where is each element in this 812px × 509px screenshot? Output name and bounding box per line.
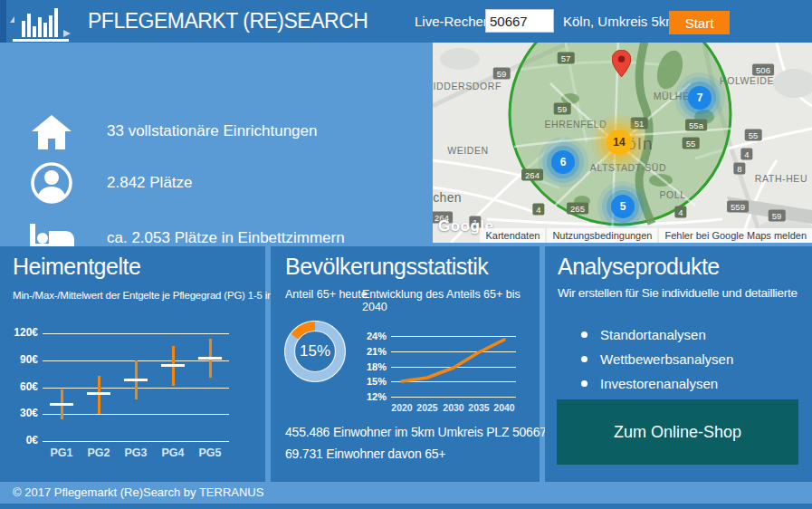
y-tick-label: 18% bbox=[356, 361, 387, 372]
road-badge: 57 bbox=[558, 53, 575, 64]
analysis-product-item: Standortanalysen bbox=[581, 322, 733, 347]
bar-chart-logo-icon[interactable] bbox=[7, 3, 80, 43]
min-max-bar bbox=[98, 376, 100, 414]
cluster-marker-14[interactable]: 14 bbox=[607, 130, 632, 155]
attribution-link[interactable]: Nutzungsbedingungen bbox=[547, 228, 657, 243]
y-tick-label: 90€ bbox=[0, 353, 38, 366]
y-tick-label: 120€ bbox=[0, 326, 38, 339]
cluster-marker-5[interactable]: 5 bbox=[611, 195, 635, 218]
road-badge: 8 bbox=[733, 163, 745, 175]
y-tick-label: 30€ bbox=[0, 407, 38, 419]
gridline bbox=[43, 414, 229, 415]
online-shop-button[interactable]: Zum Online-Shop bbox=[557, 399, 798, 465]
summary-single-rooms-text: ca. 2.053 Plätze in Einbettzimmern bbox=[107, 229, 345, 247]
gridline bbox=[43, 333, 229, 334]
summary-row-places: 2.842 Plätze bbox=[22, 158, 411, 208]
x-tick-label: PG3 bbox=[118, 447, 154, 459]
road-badge: 55 bbox=[745, 130, 762, 141]
y-tick-label: 24% bbox=[356, 331, 387, 341]
attribution-label: Kartendaten bbox=[480, 228, 545, 243]
mean-tick bbox=[161, 364, 185, 367]
road-badge: 59 bbox=[769, 210, 786, 222]
footer-bottom-stripe bbox=[0, 504, 812, 509]
mean-tick bbox=[87, 392, 110, 395]
road-badge: 59 bbox=[493, 68, 511, 80]
summary-facilities-text: 33 vollstationäre Einrichtungen bbox=[107, 122, 317, 140]
map-place-label: ALTSTADT-SÜD bbox=[590, 162, 666, 173]
x-tick-label: PG1 bbox=[43, 447, 80, 459]
bevoelkerung-title: Bevölkerungsstatistik bbox=[285, 254, 488, 280]
header-bar: PFLEGEMARKT (RE)SEARCH Live-Recherche PL… bbox=[0, 0, 812, 43]
analyseprodukte-panel: Analyseprodukte Wir erstellen für Sie in… bbox=[545, 246, 812, 482]
map-place-label: EHRENFELD bbox=[545, 119, 607, 130]
heimentgelte-subtitle: Min-/Max-/Mittelwert der Entgelte je Pfl… bbox=[13, 290, 282, 301]
road-badge: 4 bbox=[740, 149, 752, 160]
road-badge: 4 bbox=[674, 206, 686, 218]
bullet-icon bbox=[581, 380, 588, 387]
map-place-label: echen bbox=[433, 190, 462, 205]
road-badge: 59 bbox=[554, 103, 571, 115]
summary-places-text: 2.842 Plätze bbox=[107, 174, 193, 192]
cluster-marker-6[interactable]: 6 bbox=[551, 150, 575, 174]
copyright-text: © 2017 Pflegemarkt (Re)Search by TERRANU… bbox=[13, 482, 263, 504]
mean-tick bbox=[124, 379, 148, 381]
plz-input[interactable] bbox=[485, 9, 554, 33]
analyse-subtitle: Wir erstellen für Sie individuelle und d… bbox=[558, 286, 798, 300]
attribution-link[interactable]: Fehler bei Google Maps melden bbox=[659, 228, 812, 243]
donut-label: Anteil 65+ heute bbox=[285, 288, 368, 301]
y-tick-label: 60€ bbox=[0, 380, 38, 393]
bullet-icon bbox=[581, 356, 588, 362]
population-stat-65plus: 69.731 Einwohner davon 65+ bbox=[285, 447, 445, 461]
map-place-label: POLL bbox=[659, 189, 685, 200]
road-badge: 4 bbox=[532, 204, 544, 216]
y-tick-label: 21% bbox=[356, 346, 387, 357]
donut-chart: 15% bbox=[284, 321, 346, 382]
road-badge: 559 bbox=[727, 201, 749, 213]
x-tick-label: 2040 bbox=[490, 402, 519, 413]
road-badge: 506 bbox=[752, 64, 774, 76]
map-place-label: HOLWEIDE bbox=[720, 75, 774, 86]
gridline bbox=[43, 441, 229, 442]
analysis-product-item: Investorenanalysen bbox=[581, 371, 733, 396]
x-tick-label: PG4 bbox=[155, 447, 191, 459]
location-pin-icon[interactable] bbox=[612, 50, 631, 77]
population-stat-total: 455.486 Einwohner im 5km Umkreis PLZ 506… bbox=[285, 425, 547, 439]
heimentgelte-panel: 0€30€60€90€120€PG1PG2PG3PG4PG5 Heimentge… bbox=[0, 246, 265, 482]
person-icon bbox=[22, 161, 81, 205]
footer-bar: © 2017 Pflegemarkt (Re)Search by TERRANU… bbox=[0, 482, 812, 504]
map-place-label: WIDDERSDORF bbox=[433, 81, 502, 91]
bullet-icon bbox=[581, 331, 588, 338]
road-badge: 51 bbox=[631, 118, 648, 130]
mean-tick bbox=[198, 357, 222, 360]
map-place-label: WEIDEN bbox=[447, 145, 489, 156]
bullet-label: Investorenanalysen bbox=[600, 376, 718, 391]
home-icon bbox=[22, 112, 81, 150]
donut-percentage-label: 15% bbox=[284, 321, 346, 382]
line-chart-label: Entwicklung des Anteils 65+ bis 2040 bbox=[362, 288, 540, 313]
y-tick-label: 12% bbox=[356, 391, 387, 402]
analyse-title: Analyseprodukte bbox=[558, 254, 720, 280]
map-place-label: RATH-HEU bbox=[755, 173, 807, 184]
map-attribution-bar: KartendatenNutzungsbedingungenFehler bei… bbox=[480, 228, 812, 243]
search-context-label: Köln, Umkreis 5km bbox=[563, 0, 677, 43]
x-tick-label: PG5 bbox=[192, 447, 228, 459]
gridline bbox=[391, 397, 516, 398]
y-tick-label: 0€ bbox=[0, 434, 38, 447]
road-badge: 264 bbox=[521, 169, 543, 181]
gridline bbox=[391, 351, 516, 352]
start-button[interactable]: Start bbox=[669, 11, 730, 34]
x-tick-label: 2025 bbox=[413, 402, 442, 413]
road-badge: 265 bbox=[567, 203, 588, 215]
road-badge: 55 bbox=[683, 138, 700, 149]
header-edge-stripe bbox=[0, 0, 6, 43]
bullet-label: Standortanalysen bbox=[600, 327, 706, 342]
page-title: PFLEGEMARKT (RE)SEARCH bbox=[88, 0, 368, 43]
gridline bbox=[391, 367, 516, 368]
y-tick-label: 15% bbox=[356, 376, 387, 387]
x-tick-label: PG2 bbox=[81, 447, 117, 459]
cluster-marker-7[interactable]: 7 bbox=[688, 86, 712, 110]
heimentgelte-title: Heimentgelte bbox=[13, 254, 140, 280]
analysis-products-list: StandortanalysenWettbewerbsanalysenInves… bbox=[581, 322, 733, 396]
bullet-label: Wettbewerbsanalysen bbox=[600, 351, 733, 367]
map[interactable]: WIDDERSDORFHOLWEIDEMÜLHEIMEHRENFELDWEIDE… bbox=[433, 43, 812, 243]
